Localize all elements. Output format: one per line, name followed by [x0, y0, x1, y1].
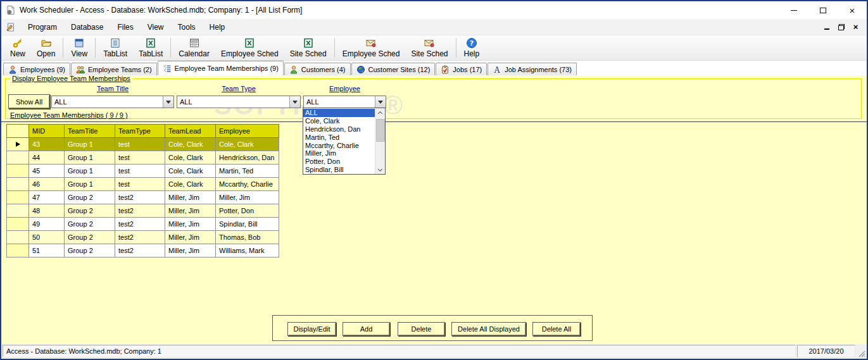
team-title-dropdown-button[interactable]: [163, 96, 173, 108]
cell-employee[interactable]: Williams, Mark: [216, 244, 279, 258]
toolbar-view-button[interactable]: View: [65, 35, 93, 60]
show-all-button[interactable]: Show All: [8, 94, 50, 109]
cell-teamtype[interactable]: test2: [115, 244, 165, 258]
delete-all-button[interactable]: Delete All: [532, 322, 581, 336]
team-type-label[interactable]: Team Type: [177, 85, 301, 92]
dropdown-item[interactable]: Hendrickson, Dan: [303, 125, 375, 133]
cell-employee[interactable]: Mccarthy, Charlie: [216, 178, 279, 191]
team-type-combobox[interactable]: ALL: [177, 96, 301, 108]
mdi-minimize-button[interactable]: [819, 19, 834, 35]
cell-teamtype[interactable]: test2: [115, 218, 165, 231]
toolbar-help-button[interactable]: ? Help: [458, 35, 486, 60]
tab-jobs[interactable]: Jobs (17): [436, 63, 487, 75]
menu-help[interactable]: Help: [203, 19, 232, 35]
menu-database[interactable]: Database: [64, 19, 110, 35]
tab-job-assignments[interactable]: A Job Assignments (73): [487, 63, 577, 75]
team-type-dropdown-button[interactable]: [289, 96, 300, 108]
cell-teamtype[interactable]: test: [115, 178, 165, 191]
employee-label[interactable]: Employee: [303, 85, 386, 92]
menu-files[interactable]: Files: [110, 19, 140, 35]
memberships-count-link[interactable]: Employee Team Memberships ( 9 / 9 ): [10, 111, 128, 119]
close-button[interactable]: ×: [838, 1, 867, 19]
toolbar-employee-sched-mail-button[interactable]: Employee Sched: [337, 35, 406, 60]
delete-all-displayed-button[interactable]: Delete All Displayed: [451, 322, 526, 336]
toolbar-calendar-button[interactable]: Calendar: [173, 35, 215, 60]
table-row[interactable]: 43Group 1testCole, ClarkCole, Clark: [7, 138, 279, 151]
scrollbar-track[interactable]: [375, 117, 385, 165]
column-header[interactable]: Employee: [216, 125, 279, 138]
cell-employee[interactable]: Thomas, Bob: [216, 231, 279, 244]
cell-teamlead[interactable]: Miller, Jim: [165, 231, 216, 244]
cell-mid[interactable]: 51: [29, 244, 65, 258]
cell-teamtype[interactable]: test2: [115, 231, 165, 244]
scrollbar-thumb[interactable]: [376, 119, 385, 142]
cell-teamlead[interactable]: Cole, Clark: [165, 178, 216, 191]
table-row[interactable]: 50Group 2test2Miller, JimThomas, Bob: [7, 231, 279, 244]
column-header[interactable]: MID: [29, 125, 65, 138]
menu-program[interactable]: Program: [21, 19, 64, 35]
row-selector[interactable]: [7, 218, 29, 231]
cell-mid[interactable]: 44: [29, 151, 65, 164]
cell-teamlead[interactable]: Miller, Jim: [165, 191, 216, 204]
employee-dropdown-button[interactable]: [375, 96, 386, 108]
cell-teamtype[interactable]: test2: [115, 191, 165, 204]
menu-tools[interactable]: Tools: [171, 19, 203, 35]
dropdown-item[interactable]: Martin, Ted: [303, 133, 375, 142]
cell-teamtype[interactable]: test: [115, 164, 165, 178]
menu-view[interactable]: View: [141, 19, 171, 35]
cell-teamtitle[interactable]: Group 2: [65, 204, 115, 218]
row-selector[interactable]: [7, 244, 29, 258]
dropdown-item[interactable]: Miller, Jim: [303, 149, 375, 158]
dropdown-item[interactable]: ALL: [303, 109, 375, 117]
add-button[interactable]: Add: [343, 322, 390, 336]
cell-mid[interactable]: 43: [29, 138, 65, 151]
table-row[interactable]: 47Group 2test2Miller, JimMiller, Jim: [7, 191, 279, 204]
display-memberships-link[interactable]: Display Employee Team Memberships: [9, 75, 133, 82]
mdi-close-button[interactable]: ×: [848, 19, 863, 35]
row-selector[interactable]: [7, 191, 29, 204]
cell-teamtitle[interactable]: Group 2: [65, 218, 115, 231]
maximize-button[interactable]: [808, 1, 838, 19]
tab-employees[interactable]: Employees (9): [3, 63, 70, 75]
minimize-button[interactable]: [779, 1, 808, 19]
cell-teamlead[interactable]: Miller, Jim: [165, 218, 216, 231]
toolbar-site-sched-button[interactable]: Site Sched: [284, 35, 332, 60]
cell-teamtitle[interactable]: Group 1: [65, 164, 115, 178]
cell-teamlead[interactable]: Miller, Jim: [165, 204, 216, 218]
cell-teamlead[interactable]: Cole, Clark: [165, 151, 216, 164]
cell-employee[interactable]: Hendrickson, Dan: [216, 151, 279, 164]
cell-mid[interactable]: 47: [29, 191, 65, 204]
tab-customers[interactable]: Customers (4): [284, 63, 351, 75]
mdi-restore-button[interactable]: [834, 19, 848, 35]
cell-employee[interactable]: Cole, Clark: [216, 138, 279, 151]
toolbar-open-button[interactable]: Open: [31, 35, 61, 60]
row-selector[interactable]: [7, 151, 29, 164]
table-row[interactable]: 48Group 2test2Miller, JimPotter, Don: [7, 204, 279, 218]
dropdown-item[interactable]: Mccarthy, Charlie: [303, 142, 375, 150]
dropdown-item[interactable]: Potter, Don: [303, 158, 375, 166]
column-header[interactable]: TeamType: [115, 125, 165, 138]
dropdown-item[interactable]: Spindlar, Bill: [303, 166, 375, 174]
cell-employee[interactable]: Spindlar, Bill: [216, 218, 279, 231]
team-title-combobox[interactable]: ALL: [51, 96, 174, 108]
cell-teamtitle[interactable]: Group 1: [65, 151, 115, 164]
cell-employee[interactable]: Miller, Jim: [216, 191, 279, 204]
cell-mid[interactable]: 50: [29, 231, 65, 244]
table-row[interactable]: 49Group 2test2Miller, JimSpindlar, Bill: [7, 218, 279, 231]
cell-mid[interactable]: 46: [29, 178, 65, 191]
cell-mid[interactable]: 48: [29, 204, 65, 218]
employee-combobox[interactable]: ALL: [303, 96, 386, 108]
cell-teamtitle[interactable]: Group 1: [65, 138, 115, 151]
cell-employee[interactable]: Potter, Don: [216, 204, 279, 218]
toolbar-new-button[interactable]: New: [4, 35, 31, 60]
toolbar-site-sched-mail-button[interactable]: Site Sched: [405, 35, 453, 60]
row-selector[interactable]: [7, 164, 29, 178]
toolbar-employee-sched-button[interactable]: Employee Sched: [215, 35, 284, 60]
cell-teamtype[interactable]: test: [115, 138, 165, 151]
cell-teamtitle[interactable]: Group 1: [65, 178, 115, 191]
column-header[interactable]: TeamLead: [165, 125, 216, 138]
scroll-up-button[interactable]: [375, 108, 385, 117]
row-selector[interactable]: [7, 231, 29, 244]
row-selector[interactable]: [7, 178, 29, 191]
cell-teamlead[interactable]: Cole, Clark: [165, 138, 216, 151]
